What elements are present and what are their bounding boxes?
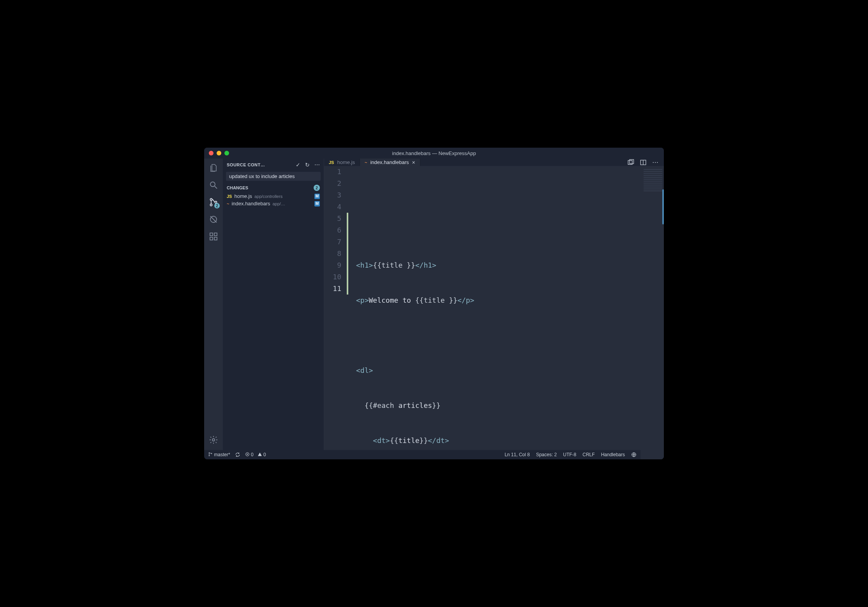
changes-label: CHANGES <box>227 185 248 190</box>
js-file-icon: JS <box>227 194 232 199</box>
git-branch-status[interactable]: master* <box>208 452 230 457</box>
close-window-button[interactable] <box>209 151 213 155</box>
settings-gear-icon[interactable] <box>209 435 218 445</box>
line-number-gutter: 1 2 3 4 5 6 7 8 9 10 11 <box>324 166 348 459</box>
titlebar: index.handlebars — NewExpressApp <box>204 148 664 159</box>
minimap[interactable] <box>640 166 664 459</box>
changes-count-badge: 2 <box>314 185 320 191</box>
svg-point-3 <box>210 204 212 206</box>
sync-icon[interactable] <box>235 452 240 458</box>
tab-label: home.js <box>337 159 355 165</box>
refresh-icon[interactable]: ↻ <box>305 162 310 168</box>
handlebars-file-icon: ~ <box>365 160 367 165</box>
debug-icon[interactable] <box>209 215 218 224</box>
svg-point-11 <box>212 439 215 441</box>
search-icon[interactable] <box>209 180 218 190</box>
modified-badge: M <box>314 201 320 206</box>
js-file-icon: JS <box>329 160 334 165</box>
close-tab-icon[interactable]: × <box>412 159 415 166</box>
modified-badge: M <box>314 194 320 199</box>
extensions-icon[interactable] <box>209 232 218 241</box>
svg-rect-10 <box>214 237 217 240</box>
traffic-lights <box>204 151 229 155</box>
more-actions-icon[interactable]: ⋯ <box>314 162 320 168</box>
svg-rect-8 <box>214 233 217 236</box>
tab-label: index.handlebars <box>370 159 409 165</box>
changed-file-row[interactable]: ~ index.handlebars app/… M <box>223 200 324 207</box>
zoom-window-button[interactable] <box>224 151 229 155</box>
more-editor-actions-icon[interactable]: ⋯ <box>652 159 658 166</box>
handlebars-file-icon: ~ <box>227 201 229 206</box>
window: index.handlebars — NewExpressApp 2 <box>204 148 664 459</box>
tab-index-handlebars[interactable]: ~ index.handlebars × <box>360 159 420 166</box>
compare-changes-icon[interactable] <box>627 159 634 166</box>
source-control-panel: SOURCE CONT… ✓ ↻ ⋯ CHANGES 2 JS home.js … <box>223 159 324 450</box>
svg-rect-7 <box>210 233 213 236</box>
editor-tabs: JS home.js ~ index.handlebars × ⋯ <box>324 159 664 166</box>
svg-point-0 <box>210 182 215 187</box>
file-path: app/… <box>272 201 312 206</box>
scm-badge: 2 <box>214 203 220 208</box>
svg-point-17 <box>209 455 210 456</box>
split-editor-icon[interactable] <box>640 159 647 166</box>
svg-point-16 <box>209 453 210 453</box>
problems-status[interactable]: 0 0 <box>245 452 266 457</box>
commit-icon[interactable]: ✓ <box>296 162 300 168</box>
minimize-window-button[interactable] <box>217 151 221 155</box>
file-path: app/controllers <box>254 194 312 199</box>
window-title: index.handlebars — NewExpressApp <box>392 150 476 156</box>
panel-title: SOURCE CONT… <box>227 162 293 167</box>
svg-point-18 <box>211 453 212 454</box>
code-editor[interactable]: 1 2 3 4 5 6 7 8 9 10 11 <h1>{{title }}< <box>324 166 664 459</box>
file-name: index.handlebars <box>231 201 270 206</box>
commit-message-input[interactable] <box>226 172 321 181</box>
tab-home-js[interactable]: JS home.js <box>324 159 360 166</box>
editor-group: JS home.js ~ index.handlebars × ⋯ <box>324 159 664 450</box>
svg-point-2 <box>210 199 212 201</box>
source-control-icon[interactable]: 2 <box>209 198 218 207</box>
svg-rect-9 <box>210 237 213 240</box>
changed-file-row[interactable]: JS home.js app/controllers M <box>223 192 324 200</box>
explorer-icon[interactable] <box>209 163 218 173</box>
scrollbar-thumb[interactable] <box>662 189 664 224</box>
code-content[interactable]: <h1>{{title }}</h1> <p>Welcome to {{titl… <box>348 166 640 459</box>
file-name: home.js <box>234 193 252 199</box>
svg-line-1 <box>215 186 217 189</box>
activity-bar: 2 <box>204 159 223 450</box>
